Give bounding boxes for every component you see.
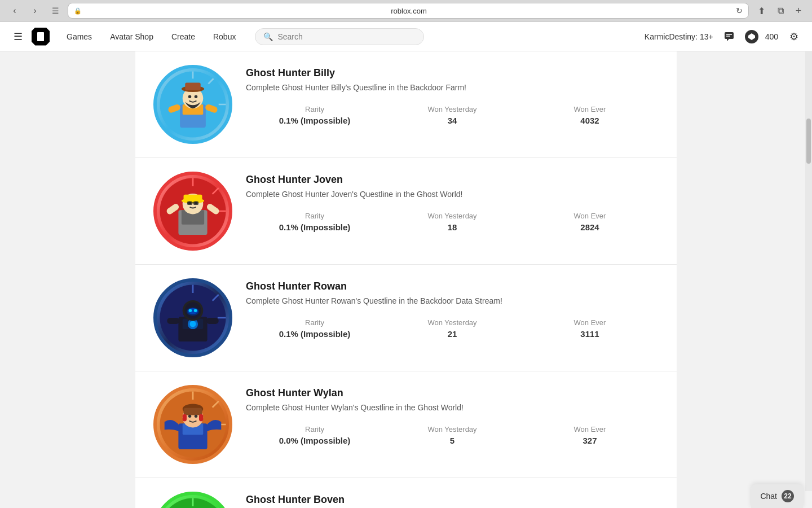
badge-stat-won-ever-value-joven: 2824 [521,222,659,232]
badge-stat-rarity-rowan: Rarity 0.1% (Impossible) [246,318,383,339]
badge-stat-won-ever-value-wylan: 327 [521,436,659,445]
svg-rect-30 [193,202,198,205]
nav-avatar-shop-link[interactable]: Avatar Shop [102,28,161,46]
chat-count-badge: 22 [782,490,794,502]
badge-stats-wylan: Rarity 0.0% (Impossible) Won Yesterday 5… [246,425,659,445]
browser-forward-button[interactable]: › [27,3,43,19]
badge-item-ghost-hunter-rowan: Ghost Hunter Rowan Complete Ghost Hunter… [135,265,677,371]
badge-avatar-billy [153,65,232,144]
badge-item-ghost-hunter-joven: Ghost Hunter Joven Complete Ghost Hunter… [135,158,677,265]
badge-stat-won-yesterday-billy: Won Yesterday 34 [383,105,521,125]
badge-stats-rowan: Rarity 0.1% (Impossible) Won Yesterday 2… [246,318,659,339]
browser-url-text[interactable]: roblox.com [85,7,732,15]
svg-point-62 [195,415,197,418]
badge-stat-rarity-label-joven: Rarity [246,212,383,220]
svg-marker-4 [748,33,755,40]
badge-stat-rarity-value-joven: 0.1% (Impossible) [246,222,383,232]
svg-rect-0 [37,32,44,41]
badge-item-ghost-hunter-boven: Ghost Hunter Boven Complete Ghost Hunter… [135,478,677,508]
browser-share-button[interactable]: ⬆ [753,3,769,19]
badge-info-rowan: Ghost Hunter Rowan Complete Ghost Hunter… [246,278,659,339]
badge-info-boven: Ghost Hunter Boven Complete Ghost Hunter… [246,492,659,508]
badge-avatar-joven [153,172,232,251]
roblox-logo[interactable] [32,28,50,46]
svg-rect-58 [184,408,202,415]
badge-stat-won-yesterday-label-wylan: Won Yesterday [383,425,521,433]
badge-stat-rarity-label-billy: Rarity [246,105,383,113]
svg-rect-49 [206,318,219,324]
badge-stat-won-yesterday-label-billy: Won Yesterday [383,105,521,113]
badge-avatar-wylan [153,385,232,464]
svg-rect-29 [187,202,192,205]
search-icon: 🔍 [263,32,273,41]
svg-rect-48 [167,318,179,324]
robux-icon [745,30,758,43]
badge-desc-wylan: Complete Ghost Hunter Wylan's Questline … [246,402,659,414]
nav-settings-button[interactable]: ⚙ [785,28,803,46]
badge-stat-rarity-label-wylan: Rarity [246,425,383,433]
nav-search-bar[interactable]: 🔍 [255,28,424,45]
main-content: Ghost Hunter Billy Complete Ghost Hunter… [0,51,812,508]
badge-info-wylan: Ghost Hunter Wylan Complete Ghost Hunter… [246,385,659,445]
badge-name-billy: Ghost Hunter Billy [246,67,659,79]
browser-chrome: ‹ › ☰ 🔒 roblox.com ↻ ⬆ ⧉ + [0,0,812,22]
browser-titlebar: ‹ › ☰ 🔒 roblox.com ↻ ⬆ ⧉ + [0,0,812,21]
badge-desc-rowan: Complete Ghost Hunter Rowan's Questline … [246,296,659,307]
search-input[interactable] [277,32,416,41]
badge-stat-won-ever-value-billy: 4032 [521,116,659,125]
nav-right-section: KarmicDestiny: 13+ 400 ⚙ [645,28,803,46]
badge-avatar-boven [153,492,232,508]
nav-games-link[interactable]: Games [59,28,100,46]
badge-avatar-rowan [153,278,232,357]
chat-widget[interactable]: Chat 22 [751,484,803,508]
badge-stat-won-ever-label-billy: Won Ever [521,105,659,113]
nav-robux-link[interactable]: Robux [205,28,244,46]
badge-stat-won-ever-billy: Won Ever 4032 [521,105,659,125]
badge-name-rowan: Ghost Hunter Rowan [246,281,659,292]
badge-stat-won-ever-wylan: Won Ever 327 [521,425,659,445]
badge-stat-won-ever-label-rowan: Won Ever [521,318,659,327]
browser-reader-button[interactable]: ☰ [47,3,63,19]
badge-stat-rarity-value-rowan: 0.1% (Impossible) [246,329,383,339]
badge-stat-won-yesterday-rowan: Won Yesterday 21 [383,318,521,339]
nav-links: Games Avatar Shop Create Robux [59,28,244,46]
badge-stat-rarity-billy: Rarity 0.1% (Impossible) [246,105,383,125]
nav-chat-icon-button[interactable] [720,28,738,46]
badge-stat-won-ever-label-joven: Won Ever [521,212,659,220]
badge-stat-rarity-value-billy: 0.1% (Impossible) [246,116,383,125]
svg-rect-59 [183,414,187,422]
browser-tabs-button[interactable]: ⧉ [773,3,788,19]
badge-name-wylan: Ghost Hunter Wylan [246,387,659,399]
badge-stat-won-yesterday-value-joven: 18 [383,222,521,232]
nav-create-link[interactable]: Create [164,28,203,46]
nav-hamburger-button[interactable]: ☰ [9,26,27,47]
badge-stats-billy: Rarity 0.1% (Impossible) Won Yesterday 3… [246,105,659,125]
badge-stat-won-yesterday-value-billy: 34 [383,116,521,125]
browser-back-button[interactable]: ‹ [7,3,23,19]
nav-username: KarmicDestiny: 13+ [645,32,713,41]
badge-name-joven: Ghost Hunter Joven [246,174,659,186]
badge-stat-won-ever-label-wylan: Won Ever [521,425,659,433]
svg-point-14 [188,95,191,98]
badge-info-joven: Ghost Hunter Joven Complete Ghost Hunter… [246,172,659,232]
badge-stat-rarity-label-rowan: Rarity [246,318,383,327]
badge-item-ghost-hunter-billy: Ghost Hunter Billy Complete Ghost Hunter… [135,51,677,158]
browser-reload-icon[interactable]: ↻ [736,6,743,15]
scrollbar-track[interactable] [805,51,812,491]
badge-stat-won-ever-joven: Won Ever 2824 [521,212,659,232]
svg-point-41 [190,321,196,327]
chat-label: Chat [760,492,777,501]
svg-point-47 [194,309,197,312]
badge-name-boven: Ghost Hunter Boven [246,494,659,506]
browser-right-buttons: ⬆ ⧉ + [753,3,805,19]
badge-info-billy: Ghost Hunter Billy Complete Ghost Hunter… [246,65,659,125]
browser-url-bar: 🔒 roblox.com ↻ [68,3,749,19]
scrollbar-thumb[interactable] [806,119,811,164]
badge-item-ghost-hunter-wylan: Ghost Hunter Wylan Complete Ghost Hunter… [135,371,677,478]
badge-stat-won-yesterday-value-rowan: 21 [383,329,521,339]
badge-stat-won-yesterday-wylan: Won Yesterday 5 [383,425,521,445]
badge-stat-rarity-joven: Rarity 0.1% (Impossible) [246,212,383,232]
svg-rect-60 [199,414,203,422]
roblox-navbar: ☰ Games Avatar Shop Create Robux 🔍 Karmi… [0,22,812,51]
browser-add-tab-button[interactable]: + [792,4,805,17]
